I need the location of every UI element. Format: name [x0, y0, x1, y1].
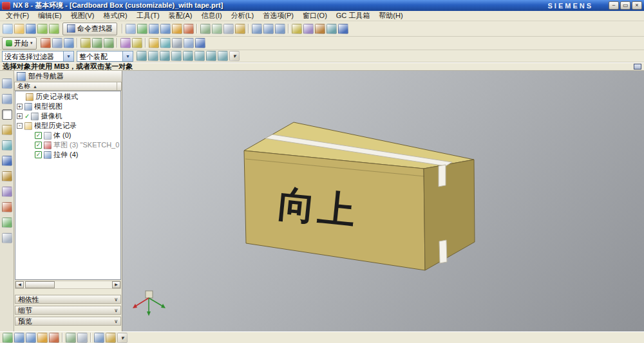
chevron-down-icon[interactable]: ∨: [114, 297, 118, 302]
studio-render-icon[interactable]: [235, 24, 245, 34]
tree-row-3[interactable]: +✓摄像机: [15, 111, 120, 121]
help-icon[interactable]: [338, 24, 348, 34]
overflow-chevron-icon[interactable]: ▾: [229, 51, 240, 61]
refresh-view-icon[interactable]: [3, 333, 13, 343]
scroll-left-icon[interactable]: ◀: [15, 281, 24, 288]
menu-item-11[interactable]: GC 工具箱: [332, 11, 375, 21]
isometric-view-icon[interactable]: [275, 24, 285, 34]
menu-item-5[interactable]: 工具(T): [132, 11, 164, 21]
sort-ascending-icon[interactable]: ▲: [33, 84, 37, 89]
arc-center-snap-icon[interactable]: [194, 51, 205, 61]
fit-view-icon[interactable]: [14, 333, 24, 343]
scroll-right-icon[interactable]: ▶: [112, 281, 120, 288]
window-cascade-icon[interactable]: [184, 38, 194, 48]
collapse-icon[interactable]: -: [17, 123, 23, 129]
constraint-navigator-icon[interactable]: [2, 94, 12, 104]
navigator-horizontal-scrollbar[interactable]: ◀ ▶: [15, 281, 121, 289]
menu-item-3[interactable]: 视图(V): [66, 11, 99, 21]
start-menu-button[interactable]: 开始 ▾: [2, 37, 37, 50]
extrude-icon[interactable]: [64, 38, 74, 48]
scrollbar-thumb[interactable]: [25, 281, 55, 288]
snapshot-icon[interactable]: [106, 333, 116, 343]
shaded-icon[interactable]: [212, 24, 222, 34]
existing-point-snap-icon[interactable]: [218, 51, 228, 61]
datum-plane-icon[interactable]: [52, 38, 62, 48]
line-icon[interactable]: [92, 38, 102, 48]
box-right-face[interactable]: [424, 160, 475, 270]
tree-row-4[interactable]: -模型历史记录: [15, 121, 120, 131]
window-icon[interactable]: [126, 24, 136, 34]
new-icon[interactable]: [3, 24, 13, 34]
overflow-chevron-icon[interactable]: ▾: [117, 333, 128, 343]
selection-filter-dropdown[interactable]: 没有选择过滤器 ▼: [2, 51, 74, 62]
window-icon[interactable]: [634, 64, 641, 70]
wcs-triad[interactable]: [133, 291, 166, 316]
tree-row-1[interactable]: 历史记录模式: [15, 92, 120, 102]
reuse-library-icon[interactable]: [2, 125, 12, 135]
tree-row-6[interactable]: ✓草图 (3) "SKETCH_0: [15, 140, 120, 150]
chevron-down-icon[interactable]: ▼: [63, 51, 73, 61]
redo-icon[interactable]: [49, 24, 59, 34]
open-icon[interactable]: [14, 24, 24, 34]
save-icon[interactable]: [26, 24, 36, 34]
show-hide-toggle-icon[interactable]: [132, 38, 142, 48]
arc-icon[interactable]: [104, 38, 114, 48]
tree-row-7[interactable]: ✓拉伸 (4): [15, 150, 120, 160]
menu-item-1[interactable]: 文件(F): [1, 11, 33, 21]
shaded-with-edges-icon[interactable]: [200, 24, 211, 34]
zoom-view-icon[interactable]: [26, 333, 36, 343]
measure-distance-icon[interactable]: [315, 24, 325, 34]
trimetric-view-icon[interactable]: [94, 333, 104, 343]
quadrant-snap-icon[interactable]: [206, 51, 216, 61]
menu-item-7[interactable]: 信息(I): [196, 11, 226, 21]
menu-item-10[interactable]: 窗口(O): [298, 11, 332, 21]
control-point-snap-icon[interactable]: [171, 51, 182, 61]
zoom-icon[interactable]: [160, 24, 171, 34]
manufacturing-wizard-icon[interactable]: [2, 202, 12, 212]
hd3d-tools-icon[interactable]: [2, 140, 12, 151]
expand-icon[interactable]: +: [17, 113, 23, 119]
snap-point-icon[interactable]: [327, 24, 337, 34]
panel-section-3[interactable]: 预览∨: [15, 317, 121, 326]
wireframe-mode-icon[interactable]: [77, 333, 88, 343]
box-tape-right-bottom[interactable]: [439, 240, 447, 263]
history-palette-icon[interactable]: [2, 171, 12, 181]
selection-scope-dropdown[interactable]: 整个装配 ▼: [77, 51, 133, 62]
midpoint-snap-icon[interactable]: [160, 51, 170, 61]
rotate-icon[interactable]: [184, 24, 194, 34]
process-studio-icon[interactable]: [2, 187, 12, 197]
fit-window-icon[interactable]: [149, 24, 159, 34]
shaded-mode-icon[interactable]: [66, 333, 76, 343]
intersection-snap-icon[interactable]: [183, 51, 193, 61]
close-button[interactable]: ×: [632, 1, 642, 10]
endpoint-snap-icon[interactable]: [148, 51, 158, 61]
web-browser-icon[interactable]: [2, 156, 12, 166]
undo-icon[interactable]: [37, 24, 48, 34]
restore-button[interactable]: ▭: [620, 1, 630, 10]
rotate-view-icon[interactable]: [49, 333, 59, 343]
front-view-icon[interactable]: [252, 24, 262, 34]
command-finder-button[interactable]: 命令查找器: [62, 23, 117, 35]
checkbox-checked-icon[interactable]: ✓: [35, 132, 42, 139]
information-icon[interactable]: [149, 38, 159, 48]
refresh-icon[interactable]: [137, 24, 147, 34]
cardboard-box-model[interactable]: 向上: [244, 122, 475, 270]
graphics-viewport[interactable]: 向上: [122, 71, 644, 331]
help-doc-icon[interactable]: [195, 38, 205, 48]
chevron-down-icon[interactable]: ∨: [114, 319, 118, 324]
menu-item-2[interactable]: 编辑(E): [33, 11, 66, 21]
wireframe-icon[interactable]: [223, 24, 234, 34]
menu-item-8[interactable]: 分析(L): [227, 11, 258, 21]
menu-item-6[interactable]: 装配(A): [164, 11, 197, 21]
point-icon[interactable]: [80, 38, 91, 48]
object-display-icon[interactable]: [120, 38, 131, 48]
preferences-icon[interactable]: [172, 38, 182, 48]
roles-icon[interactable]: [2, 218, 12, 228]
expand-icon[interactable]: +: [17, 104, 23, 109]
checkbox-checked-icon[interactable]: ✓: [35, 142, 42, 149]
menu-item-12[interactable]: 帮助(H): [374, 11, 407, 21]
menu-item-9[interactable]: 首选项(P): [258, 11, 298, 21]
assembly-navigator-icon[interactable]: [2, 79, 12, 89]
column-divider[interactable]: [117, 82, 121, 90]
analysis-icon[interactable]: [160, 38, 171, 48]
